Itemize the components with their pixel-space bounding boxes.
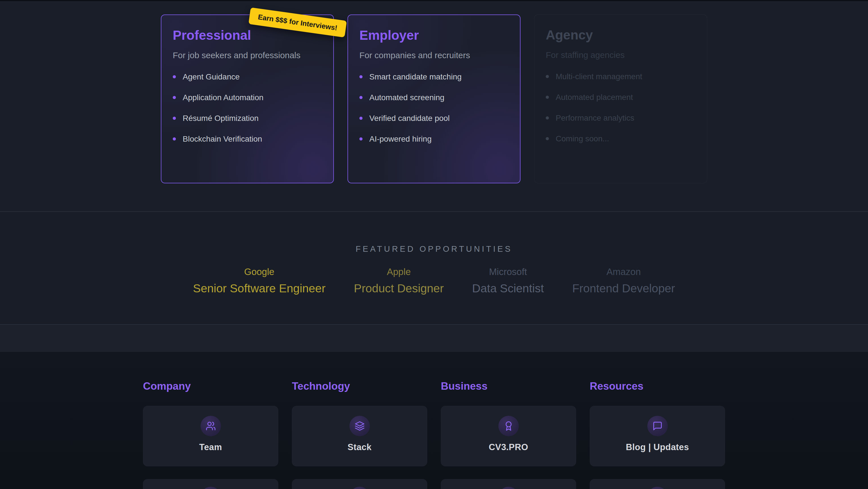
plan-feature-label: Coming soon... [556, 134, 609, 144]
plan-feature: Résumé Optimization [173, 114, 322, 123]
plan-feature-label: Smart candidate matching [369, 72, 462, 82]
company-name: Apple [354, 266, 444, 278]
plan-feature: Performance analytics [546, 113, 695, 123]
featured-item-amazon: Amazon Frontend Developer [572, 266, 675, 295]
featured-heading: FEATURED OPPORTUNITIES [0, 212, 868, 254]
message-square-icon [647, 416, 668, 436]
company-name: Amazon [572, 266, 675, 278]
plan-title: Employer [360, 28, 508, 43]
bullet-dot-icon [173, 117, 176, 120]
plan-card-agency: Agency For staffing agencies Multi-clien… [534, 15, 707, 183]
footer-card-team[interactable]: Team [143, 406, 278, 466]
footer-card-icon [498, 487, 519, 489]
footer-card-blog[interactable]: Blog | Updates [590, 406, 725, 466]
footer-column-heading: Technology [292, 380, 427, 392]
plan-feature: AI-powered hiring [360, 134, 508, 144]
plan-feature-label: Résumé Optimization [183, 114, 259, 123]
plan-feature: Automated screening [360, 93, 508, 103]
plan-subtitle: For companies and recruiters [360, 50, 508, 61]
footer-column-business: Business CV3.PRO [441, 380, 576, 489]
plan-feature: Agent Guidance [173, 72, 322, 82]
footer-column-heading: Business [441, 380, 576, 392]
plan-feature: Automated placement [546, 92, 695, 102]
footer-card-label: Blog | Updates [626, 442, 689, 452]
footer-card-label: Stack [347, 442, 372, 452]
footer-card-partial[interactable] [441, 479, 576, 489]
layers-icon [349, 416, 370, 436]
users-icon [200, 416, 221, 436]
plan-feature-list: Agent Guidance Application Automation Ré… [173, 72, 322, 144]
job-role: Product Designer [354, 282, 444, 295]
bullet-dot-icon [546, 96, 549, 99]
job-role: Senior Software Engineer [193, 282, 326, 295]
bullet-dot-icon [173, 137, 176, 141]
footer-card-icon [349, 487, 370, 489]
bullet-dot-icon [546, 137, 549, 140]
plan-feature-label: Agent Guidance [183, 72, 240, 82]
footer-column-heading: Company [143, 380, 278, 392]
plan-feature: Verified candidate pool [360, 114, 508, 123]
plan-feature-list: Multi-client management Automated placem… [546, 72, 695, 144]
plan-card-professional[interactable]: Professional For job seekers and profess… [161, 15, 334, 183]
bullet-dot-icon [546, 75, 549, 78]
plan-feature-label: Blockchain Verification [183, 134, 262, 144]
bullet-dot-icon [173, 96, 176, 99]
footer: Company Team Technology Stack [0, 352, 868, 489]
plan-feature-label: Automated screening [369, 93, 444, 103]
job-role: Data Scientist [472, 282, 544, 295]
footer-column-technology: Technology Stack [292, 380, 427, 489]
bullet-dot-icon [360, 96, 363, 99]
featured-item-google: Google Senior Software Engineer [193, 266, 326, 295]
featured-item-microsoft: Microsoft Data Scientist [472, 266, 544, 295]
bullet-dot-icon [360, 137, 363, 141]
bullet-dot-icon [173, 75, 176, 78]
plan-card-employer[interactable]: Employer For companies and recruiters Sm… [347, 15, 521, 183]
footer-card-icon [647, 487, 668, 489]
footer-card-stack[interactable]: Stack [292, 406, 427, 466]
bullet-dot-icon [546, 116, 549, 119]
footer-columns: Company Team Technology Stack [143, 352, 725, 489]
footer-card-label: Team [199, 442, 222, 452]
plan-feature-label: AI-powered hiring [369, 134, 431, 144]
footer-column-company: Company Team [143, 380, 278, 489]
footer-card-partial[interactable] [143, 479, 278, 489]
plan-feature-list: Smart candidate matching Automated scree… [360, 72, 508, 144]
footer-card-partial[interactable] [292, 479, 427, 489]
plan-feature-label: Performance analytics [556, 113, 634, 123]
plan-feature-label: Application Automation [183, 93, 264, 103]
footer-column-heading: Resources [590, 380, 725, 392]
plan-feature-label: Automated placement [556, 92, 633, 102]
plan-subtitle: For staffing agencies [546, 50, 695, 60]
footer-column-resources: Resources Blog | Updates [590, 380, 725, 489]
plan-feature-label: Multi-client management [556, 72, 642, 82]
featured-opportunities-section: FEATURED OPPORTUNITIES Google Senior Sof… [0, 211, 868, 324]
footer-card-label: CV3.PRO [489, 442, 528, 452]
footer-card-icon [200, 487, 221, 489]
featured-ticker: Google Senior Software Engineer Apple Pr… [0, 266, 868, 295]
plan-feature: Smart candidate matching [360, 72, 508, 82]
bullet-dot-icon [360, 117, 363, 120]
section-spacer-band [0, 324, 868, 352]
footer-card-partial[interactable] [590, 479, 725, 489]
company-name: Microsoft [472, 266, 544, 278]
plans-section: Earn $$$ for Interviews! Professional Fo… [0, 2, 868, 211]
plan-title: Agency [546, 27, 695, 43]
plan-feature: Multi-client management [546, 72, 695, 82]
plan-subtitle: For job seekers and professionals [173, 50, 322, 61]
plan-feature: Coming soon... [546, 134, 695, 144]
plan-feature: Application Automation [173, 93, 322, 103]
company-name: Google [193, 266, 326, 278]
footer-card-cv3pro[interactable]: CV3.PRO [441, 406, 576, 466]
plan-feature-label: Verified candidate pool [369, 114, 450, 123]
plans-row: Professional For job seekers and profess… [161, 15, 707, 183]
job-role: Frontend Developer [572, 282, 675, 295]
award-icon [498, 416, 519, 436]
plan-feature: Blockchain Verification [173, 134, 322, 144]
featured-item-apple: Apple Product Designer [354, 266, 444, 295]
bullet-dot-icon [360, 75, 363, 78]
